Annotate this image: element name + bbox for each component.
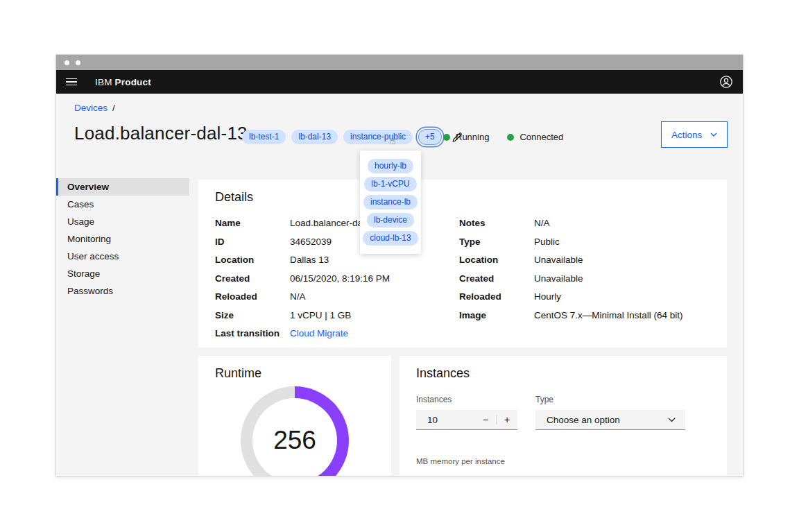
page-content: Devices/ Load.balancer-dal-13 lb-test-1 … <box>56 94 743 477</box>
status-connected: Connected <box>507 132 563 142</box>
sidebar-item-storage[interactable]: Storage <box>56 265 189 282</box>
type-dropdown-value: Choose an option <box>547 415 620 425</box>
desktop: IBM Product Devices/ Load.balancer-dal-1… <box>0 0 799 532</box>
tags-row: lb-test-1 lb-dal-13 instance-public +5 <box>242 129 463 145</box>
window-dot[interactable] <box>65 60 69 65</box>
detail-label: Created <box>459 273 534 284</box>
runtime-donut: 256 <box>241 386 349 477</box>
detail-value: 06/15/2020, 8:19:16 PM <box>290 273 459 284</box>
cloud-migrate-link[interactable]: Cloud Migrate <box>290 328 348 338</box>
details-right-column: NotesN/A TypePublic LocationUnavailable … <box>459 218 710 338</box>
detail-label: Location <box>215 255 290 265</box>
overflow-tag[interactable]: lb-device <box>367 213 414 228</box>
overflow-tags-popover: hourly-lb lb-1-vCPU instance-lb lb-devic… <box>360 151 421 254</box>
detail-value: 1 vCPU | 1 GB <box>290 310 459 320</box>
app-window: IBM Product Devices/ Load.balancer-dal-1… <box>55 54 744 477</box>
detail-label: Reloaded <box>215 291 290 302</box>
details-body: NameLoad.balancer-dal-13 ID34652039 Loca… <box>215 218 710 338</box>
detail-label: Size <box>215 310 290 320</box>
sidebar-item-passwords[interactable]: Passwords <box>56 282 189 300</box>
detail-label: Notes <box>459 218 534 228</box>
detail-value: Unavailable <box>534 255 710 265</box>
detail-value: Cloud Migrate <box>290 328 459 338</box>
instances-card: Instances Instances 10 − + Type <box>400 356 727 477</box>
runtime-value: 256 <box>273 426 316 455</box>
sidebar-nav: Overview Cases Usage Monitoring User acc… <box>56 178 189 300</box>
detail-value: Public <box>534 237 710 247</box>
overflow-tag[interactable]: hourly-lb <box>368 159 413 173</box>
hamburger-icon[interactable] <box>66 78 77 86</box>
status-running: Running <box>443 132 489 142</box>
detail-label: Created <box>215 273 290 284</box>
detail-label: Last transition <box>215 328 290 338</box>
green-dot-icon <box>443 134 450 141</box>
instances-title: Instances <box>416 366 470 381</box>
overflow-tag[interactable]: lb-1-vCPU <box>364 177 416 191</box>
decrement-button[interactable]: − <box>475 410 496 429</box>
sidebar-item-user-access[interactable]: User access <box>56 248 189 265</box>
detail-label: Name <box>215 218 290 228</box>
status-label: Running <box>456 132 489 142</box>
detail-label: Location <box>459 255 534 265</box>
browser-titlebar <box>56 55 743 70</box>
details-left-column: NameLoad.balancer-dal-13 ID34652039 Loca… <box>215 218 459 338</box>
detail-value: Unavailable <box>534 273 710 284</box>
tag[interactable]: instance-public <box>343 130 413 144</box>
breadcrumb: Devices/ <box>74 103 115 113</box>
memory-helper-text: MB memory per instance <box>416 457 505 465</box>
instances-form: Instances 10 − + Type Choose an option <box>416 395 685 430</box>
actions-button-label: Actions <box>671 130 702 140</box>
detail-label: Type <box>459 237 534 247</box>
tag-overflow-button[interactable]: +5 <box>418 129 442 145</box>
instances-count-value[interactable]: 10 <box>416 410 475 429</box>
details-title: Details <box>215 190 253 205</box>
detail-value: Hourly <box>534 291 710 302</box>
status-indicators: Running Connected <box>443 132 563 142</box>
sidebar-item-usage[interactable]: Usage <box>56 213 189 230</box>
type-dropdown[interactable]: Choose an option <box>535 410 685 430</box>
brand-name: Product <box>115 77 151 87</box>
status-label: Connected <box>519 132 563 142</box>
runtime-donut-center: 256 <box>252 398 337 477</box>
overflow-tag[interactable]: cloud-lb-13 <box>363 231 418 246</box>
detail-label: ID <box>215 237 290 247</box>
detail-label: Image <box>459 310 534 320</box>
detail-label: Reloaded <box>459 291 534 302</box>
detail-value: N/A <box>534 218 710 228</box>
detail-value: CentOS 7.x—Minimal Install (64 bit) <box>534 310 710 320</box>
product-header: IBM Product <box>56 70 743 94</box>
chevron-down-icon <box>710 132 717 137</box>
tag[interactable]: lb-dal-13 <box>291 130 338 144</box>
runtime-card: Runtime 256 <box>198 356 391 477</box>
user-avatar-icon[interactable] <box>719 75 733 89</box>
increment-button[interactable]: + <box>497 410 517 429</box>
details-card: Details NameLoad.balancer-dal-13 ID34652… <box>198 180 727 347</box>
mouse-cursor-icon: ☝ <box>390 135 396 146</box>
sidebar-item-cases[interactable]: Cases <box>56 196 189 213</box>
overflow-tag[interactable]: instance-lb <box>363 195 418 209</box>
detail-value: N/A <box>290 291 459 302</box>
brand-prefix: IBM <box>95 77 112 87</box>
sidebar-item-overview[interactable]: Overview <box>56 178 189 196</box>
green-dot-icon <box>507 134 514 141</box>
type-label: Type <box>535 395 685 404</box>
chevron-down-icon <box>668 418 676 422</box>
runtime-title: Runtime <box>215 366 261 381</box>
type-field: Type Choose an option <box>535 395 685 430</box>
window-dot[interactable] <box>76 60 80 65</box>
page-title: Load.balancer-dal-13 <box>74 123 248 144</box>
detail-value: Dallas 13 <box>290 255 459 265</box>
brand: IBM Product <box>95 77 151 87</box>
instances-number-input[interactable]: 10 − + <box>416 410 517 430</box>
instances-count-field: Instances 10 − + <box>416 395 517 430</box>
tag[interactable]: lb-test-1 <box>242 130 286 144</box>
breadcrumb-link-devices[interactable]: Devices <box>74 103 108 113</box>
actions-button[interactable]: Actions <box>661 121 728 148</box>
sidebar-item-monitoring[interactable]: Monitoring <box>56 230 189 248</box>
instances-count-label: Instances <box>416 395 517 404</box>
breadcrumb-separator: / <box>112 103 115 113</box>
